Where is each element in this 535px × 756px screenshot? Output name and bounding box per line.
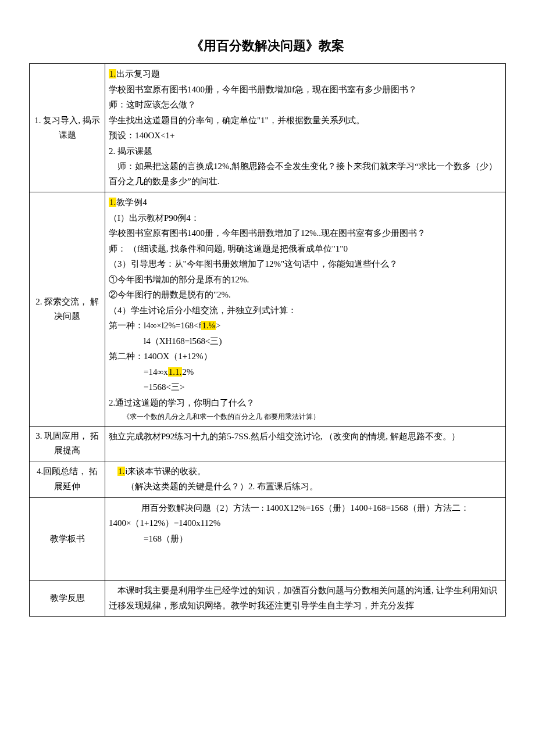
content-line: 本课时我主要是利用学生已经学过的知识，加强百分数问题与分数相关问题的沟通, 让学… <box>109 583 502 613</box>
row-label: 教学板书 <box>30 497 105 581</box>
highlight: 1. <box>109 198 116 207</box>
content-line <box>109 562 502 578</box>
line-text <box>109 549 111 558</box>
row-label: 4.回顾总结， 拓展延伸 <box>30 461 105 497</box>
content-line: 师： （f细读题, 找条件和问题, 明确这道题是把俄看成单位"1"0 <box>109 242 502 257</box>
content-line: （I）出示教材P90例4： <box>109 211 502 226</box>
row-label: 2. 探索交流， 解决问题 <box>30 192 105 426</box>
line-text: =168（册） <box>144 534 188 543</box>
content-line: （解决这类题的关键是什么？）2. 布置课后练习。 <box>109 479 502 495</box>
row-label: 教学反思 <box>30 581 105 617</box>
row-content: 用百分数解决问题（2）方法一 : 1400X12%=16S（册）1400+168… <box>105 497 506 581</box>
line-text: 学生找出这道题目的分率句，确定单位"1"，并根据数量关系列式。 <box>109 116 365 125</box>
line-text: i来谈本节课的收获。 <box>125 467 206 476</box>
content-line: =1568<三> <box>109 380 502 395</box>
table-row: 2. 探索交流， 解决问题1.教学例4（I）出示教材P90例4：学校图书室原有图… <box>30 192 506 426</box>
table-row: 3. 巩固应用， 拓展提高独立完成教材P92练习十九的第5-7SS.然后小组交流… <box>30 426 506 461</box>
line-text: 第一种：l4∞×l2%=168<f <box>109 321 201 330</box>
line-text: （3）引导思考：从"今年图书册效增加了12%"这句话中，你能知道些什么？ <box>109 259 398 268</box>
content-line: 学校图书室原有图书1400册，今年图书册数增加f急，现在图书室有多少册图书？ <box>109 83 502 98</box>
line-text: （解决这类题的关键是什么？）2. 布置课后练习。 <box>126 482 318 491</box>
line-text: （4）学生讨论后分小组交流，并独立列式计算： <box>109 306 297 315</box>
line-text: 《求一个数的几分之几和求一个数的百分之几 都要用乘法计算） <box>123 413 320 421</box>
content-line: 用百分数解决问题（2）方法一 : 1400X12%=16S（册）1400+168… <box>109 501 502 516</box>
line-text: ①今年图书增加的部分是原有的12%. <box>109 275 249 284</box>
content-line: 预设：140OX<1+ <box>109 128 502 144</box>
line-text: 教学例4 <box>116 198 147 207</box>
line-text: 独立完成教材P92练习十九的第5-7SS.然后小组交流讨论, （改变向的情境, … <box>109 432 460 441</box>
highlight: 1. <box>109 69 116 78</box>
line-text: （I）出示教材P90例4： <box>109 213 199 223</box>
highlight: 1. <box>117 467 125 476</box>
highlight: 1.⅛ <box>201 321 216 330</box>
content-line: 独立完成教材P92练习十九的第5-7SS.然后小组交流讨论, （改变向的情境, … <box>109 429 502 445</box>
table-row: 教学板书用百分数解决问题（2）方法一 : 1400X12%=16S（册）1400… <box>30 497 506 581</box>
highlight: 1.1. <box>168 367 183 377</box>
content-line: l4（XH168=l568<三) <box>109 334 502 349</box>
row-content: 本课时我主要是利用学生已经学过的知识，加强百分数问题与分数相关问题的沟通, 让学… <box>105 581 506 617</box>
table-row: 4.回顾总结， 拓展延伸1.i来谈本节课的收获。（解决这类题的关键是什么？）2.… <box>30 461 506 497</box>
content-line: 师：如果把这题的言换成12%,斛胞思路会不全发生变化？接卜来我们就来学习“求比一… <box>109 159 502 189</box>
content-line: ①今年图书增加的部分是原有的12%. <box>109 273 502 288</box>
line-text: 预设：140OX<1+ <box>109 131 175 140</box>
line-text: 2. 揭示课题 <box>109 146 152 156</box>
content-line: =14∞x1.1.2% <box>109 365 502 380</box>
line-text: =14∞x <box>144 367 168 377</box>
content-line: 第一种：l4∞×l2%=168<f1.⅛> <box>109 318 502 334</box>
line-text: 出示复习题 <box>116 69 160 78</box>
content-line: ②今年图行的册数是脱有的"2%. <box>109 288 502 303</box>
line-text: 1400×（1+12%）=1400x112% <box>109 518 220 528</box>
content-line: 2. 揭示课题 <box>109 144 502 159</box>
content-line: 学校图书室原有图书1400册，今年图书册数增加了12%..现在图书室有多少册图书… <box>109 226 502 241</box>
content-line: 第二种：140OX（1+12%） <box>109 349 502 364</box>
line-text-after: > <box>216 321 220 330</box>
line-text: 本课时我主要是利用学生已经学过的知识，加强百分数问题与分数相关问题的沟通, 让学… <box>109 586 497 610</box>
content-line: （4）学生讨论后分小组交流，并独立列式计算： <box>109 303 502 318</box>
content-line: 1.i来谈本节课的收获。 <box>109 464 502 479</box>
row-content: 1.出示复习题学校图书室原有图书1400册，今年图书册数增加f急，现在图书室有多… <box>105 64 506 192</box>
line-text: 师： （f细读题, 找条件和问题, 明确这道题是把俄看成单位"1"0 <box>109 244 348 253</box>
line-text: 2.通过这道题的学习，你明白了什么？ <box>109 398 255 407</box>
line-text: =1568<三> <box>144 382 184 392</box>
content-line: =168（册） <box>109 532 502 547</box>
line-text <box>109 565 111 574</box>
lesson-plan-table: 1. 复习导入, 揭示课题1.出示复习题学校图书室原有图书1400册，今年图书册… <box>29 63 506 617</box>
line-text: 第二种：140OX（1+12%） <box>109 352 212 361</box>
table-row: 1. 复习导入, 揭示课题1.出示复习题学校图书室原有图书1400册，今年图书册… <box>30 64 506 192</box>
content-line: 1.出示复习题 <box>109 67 502 82</box>
content-line: 1400×（1+12%）=1400x112% <box>109 516 502 531</box>
line-text: 学校图书室原有图书1400册，今年图书册数增加了12%..现在图书室有多少册图书… <box>109 228 426 238</box>
content-line: （3）引导思考：从"今年图书册效增加了12%"这句话中，你能知道些什么？ <box>109 257 502 272</box>
content-line: 师：这时应该怎么做？ <box>109 98 502 113</box>
row-content: 独立完成教材P92练习十九的第5-7SS.然后小组交流讨论, （改变向的情境, … <box>105 426 506 461</box>
line-text: 师：如果把这题的言换成12%,斛胞思路会不全发生变化？接卜来我们就来学习“求比一… <box>109 162 497 186</box>
row-content: 1.教学例4（I）出示教材P90例4：学校图书室原有图书1400册，今年图书册数… <box>105 192 506 426</box>
table-row: 教学反思本课时我主要是利用学生已经学过的知识，加强百分数问题与分数相关问题的沟通… <box>30 581 506 617</box>
content-line: 2.通过这道题的学习，你明白了什么？ <box>109 396 502 411</box>
line-text-after: 2% <box>182 367 194 377</box>
content-line: 《求一个数的几分之几和求一个数的百分之几 都要用乘法计算） <box>109 411 502 422</box>
line-text: l4（XH168=l568<三) <box>144 336 222 346</box>
line-text: 师：这时应该怎么做？ <box>109 100 196 109</box>
row-content: 1.i来谈本节课的收获。（解决这类题的关键是什么？）2. 布置课后练习。 <box>105 461 506 497</box>
line-text: 学校图书室原有图书1400册，今年图书册数增加f急，现在图书室有多少册图书？ <box>109 85 417 94</box>
row-label: 1. 复习导入, 揭示课题 <box>30 64 105 192</box>
row-label: 3. 巩固应用， 拓展提高 <box>30 426 105 461</box>
page-title: 《用百分数解决问题》教案 <box>29 35 506 56</box>
line-text: 用百分数解决问题（2）方法一 : 1400X12%=16S（册）1400+168… <box>141 503 469 513</box>
content-line <box>109 547 502 562</box>
content-line: 1.教学例4 <box>109 195 502 210</box>
line-text: ②今年图行的册数是脱有的"2%. <box>109 290 231 299</box>
content-line: 学生找出这道题目的分率句，确定单位"1"，并根据数量关系列式。 <box>109 113 502 128</box>
